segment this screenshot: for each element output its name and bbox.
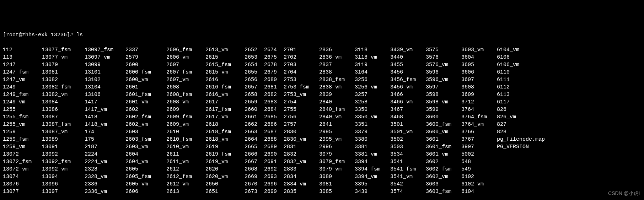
file-entry: 3456_vm xyxy=(390,83,426,91)
file-entry: 2703 xyxy=(284,61,319,69)
file-entry: 2755 xyxy=(284,106,319,113)
file-entry: 2691 xyxy=(264,158,284,166)
file-entry: 2840 xyxy=(319,98,355,106)
ls-column: 13097_fsm13097_vm13099131011310213104131… xyxy=(85,46,125,195)
file-entry: 6102 xyxy=(461,173,497,180)
file-entry: 3997 xyxy=(461,143,497,151)
file-entry: 2615_fsm xyxy=(205,61,245,69)
file-entry: 2830 xyxy=(284,128,319,136)
file-entry: 2838 xyxy=(319,69,355,76)
file-entry: 3541_vm xyxy=(390,173,426,180)
file-entry: 2667 xyxy=(245,158,264,166)
file-entry: 2753_fsm xyxy=(284,83,319,91)
file-entry: 2615 xyxy=(205,54,245,61)
file-entry: 2831 xyxy=(284,143,319,151)
file-entry: 2187 xyxy=(85,143,125,151)
file-entry: 3603_fsm xyxy=(426,188,461,195)
file-entry: 2605 xyxy=(125,166,166,173)
file-entry: 6111 xyxy=(497,76,554,83)
file-entry: 3600_fsm xyxy=(426,121,461,128)
file-entry: 3603 xyxy=(426,180,461,188)
file-entry: 2756 xyxy=(284,113,319,121)
file-entry: 2606_fsm xyxy=(166,46,205,54)
file-entry: 2655 xyxy=(245,69,264,76)
file-entry: 3468 xyxy=(390,113,426,121)
file-entry: 1418 xyxy=(85,113,125,121)
file-entry: 3601_fsm xyxy=(426,143,461,151)
file-entry: 3606 xyxy=(461,69,497,76)
file-entry: 2693 xyxy=(264,173,284,180)
ls-column: 2674267526782679268026812682268326842685… xyxy=(264,46,284,195)
file-entry: 2834_vm xyxy=(284,180,319,188)
file-entry: 2666 xyxy=(245,151,264,158)
file-entry: 1259_vm xyxy=(3,143,42,151)
file-entry: 3597 xyxy=(426,83,461,91)
file-entry: 2608_vm xyxy=(166,98,205,106)
file-entry: 2836 xyxy=(319,46,355,54)
file-entry: 3079_vm xyxy=(319,166,355,173)
ls-column: 3439_vm3440345534563456_fsm3456_vm346634… xyxy=(390,46,426,195)
file-entry: 2682 xyxy=(264,91,284,98)
file-entry: 3439 xyxy=(355,188,390,195)
file-entry: 13096 xyxy=(42,180,85,188)
file-entry: 2689 xyxy=(264,143,284,151)
file-entry: 13087 xyxy=(42,113,85,121)
file-entry: 13104 xyxy=(85,83,125,91)
file-entry: 2754 xyxy=(284,98,319,106)
file-entry: 2663 xyxy=(245,128,264,136)
file-entry: 2613 xyxy=(166,188,205,195)
file-entry: 3080 xyxy=(319,173,355,180)
file-entry: 2702 xyxy=(284,54,319,61)
file-entry: 2659 xyxy=(245,98,264,106)
file-entry: 2619 xyxy=(205,143,245,151)
file-entry: 2692 xyxy=(264,166,284,173)
file-entry: 2620_vm xyxy=(205,173,245,180)
file-entry: 2610_fsm xyxy=(166,136,205,143)
file-entry: 3599 xyxy=(426,106,461,113)
file-entry: 2617_fsm xyxy=(205,106,245,113)
file-entry: 2600_vm xyxy=(125,76,166,83)
file-entry: 2840_fsm xyxy=(319,106,355,113)
file-entry: 3501 xyxy=(390,121,426,128)
file-entry: 3541 xyxy=(390,158,426,166)
file-entry: 2607_vm xyxy=(166,76,205,83)
file-entry: 2701 xyxy=(284,46,319,54)
file-entry: 3608 xyxy=(461,83,497,91)
file-entry: 13074 xyxy=(3,173,42,180)
watermark: CSDN @小虎i xyxy=(608,190,640,197)
file-entry: 2601_vm xyxy=(125,98,166,106)
file-entry: 3439_vm xyxy=(390,46,426,54)
file-entry: 2620 xyxy=(205,166,245,173)
file-entry: 2602_vm xyxy=(125,121,166,128)
file-entry: 3381_vm xyxy=(355,151,390,158)
file-entry: 2609 xyxy=(166,106,205,113)
file-entry: 2600 xyxy=(125,61,166,69)
file-entry: 2336_vm xyxy=(85,188,125,195)
file-entry: 3256_vm xyxy=(355,83,390,91)
file-entry: 1249_fsm xyxy=(3,91,42,98)
file-entry: 13077_vm xyxy=(42,54,85,61)
file-entry: 2602_fsm xyxy=(125,113,166,121)
file-entry: 2660 xyxy=(245,106,264,113)
file-entry: 3257 xyxy=(355,91,390,98)
file-entry: 6106 xyxy=(497,54,554,61)
file-entry: 1417_vm xyxy=(85,106,125,113)
file-entry: 2753 xyxy=(284,76,319,83)
file-entry: 2673 xyxy=(245,188,264,195)
file-entry: 13072_vm xyxy=(3,166,42,173)
file-entry: 2605_fsm xyxy=(125,173,166,180)
file-entry: 3501_vm xyxy=(390,128,426,136)
ls-column: 2606_fsm2606_vm26072607_fsm2607_vm260826… xyxy=(166,46,205,195)
file-entry: 3118 xyxy=(355,46,390,54)
file-entry: 3466 xyxy=(390,91,426,98)
file-entry: 3602_vm xyxy=(426,173,461,180)
file-entry: 3598_vm xyxy=(426,98,461,106)
file-entry: 13106 xyxy=(85,91,125,98)
file-entry: 826_vm xyxy=(497,113,554,121)
file-entry: 2609_vm xyxy=(166,121,205,128)
file-entry: 3164 xyxy=(355,69,390,76)
file-entry: 2839 xyxy=(319,91,355,98)
file-entry: pg_filenode.map xyxy=(497,136,554,143)
file-entry: 3256 xyxy=(355,76,390,83)
file-entry: 3600 xyxy=(426,113,461,121)
